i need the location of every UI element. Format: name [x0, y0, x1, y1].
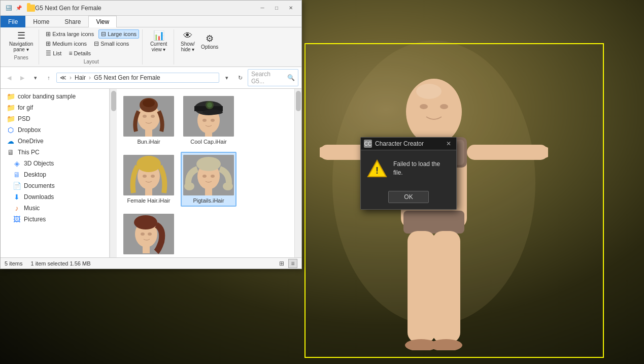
svg-point-40 [151, 175, 155, 178]
tab-view[interactable]: View [88, 16, 117, 27]
up-button[interactable]: ↑ [43, 72, 54, 83]
file-item-ponytail[interactable]: Ponytail.iHair [121, 211, 177, 257]
sidebar-item-downloads[interactable]: ⬇ Downloads [1, 191, 109, 203]
svg-point-18 [416, 84, 442, 99]
sidebar-item-for-gif[interactable]: 📁 for gif [1, 102, 109, 113]
sidebar: 📁 color banding sample 📁 for gif 📁 PSD ⬡… [1, 89, 110, 257]
title-bar-icons: 🔙 📌 [5, 4, 23, 12]
ribbon-group-current-view: 📊 Current view ▾ [144, 29, 174, 64]
status-bar: 5 items 1 item selected 1.56 MB ⊞ ≡ [1, 257, 301, 269]
medium-icons-option[interactable]: ⊞ Medium icons [43, 39, 89, 48]
dialog-ok-button[interactable]: OK [388, 191, 429, 203]
folder-icon: 📁 [7, 104, 15, 112]
dialog-close-button[interactable]: ✕ [444, 140, 453, 148]
svg-point-32 [202, 110, 223, 115]
main-content-area: 📁 color banding sample 📁 for gif 📁 PSD ⬡… [1, 89, 301, 257]
address-path[interactable]: ≪ › Hair › G5 Next Gen for Female [56, 73, 219, 83]
sidebar-scroll-thumb[interactable] [111, 91, 116, 111]
extra-large-icons-option[interactable]: ⊞ Extra large icons [43, 29, 96, 39]
sidebar-item-3d-objects[interactable]: ◈ 3D Objects [1, 158, 109, 169]
svg-point-34 [211, 119, 215, 122]
sidebar-item-psd[interactable]: 📁 PSD [1, 113, 109, 124]
items-count: 5 items [5, 260, 22, 267]
warning-icon: ! [367, 158, 387, 179]
address-dropdown-button[interactable]: ▾ [221, 72, 232, 83]
ribbon: File Home Share View ☰ Navigation pane ▾… [1, 16, 301, 67]
details-option[interactable]: ≡ Details [66, 49, 93, 58]
pin-icon: 📌 [15, 4, 23, 12]
show-hide-button[interactable]: 👁 Show/ hide ▾ [178, 29, 197, 54]
thumbnail-female-hair [123, 155, 174, 195]
content-scroll-thumb[interactable] [296, 91, 301, 111]
tab-file[interactable]: File [1, 16, 25, 27]
sidebar-scrollbar[interactable] [110, 89, 117, 257]
maximize-button[interactable]: □ [270, 3, 283, 13]
small-icons-option[interactable]: ⊟ Small icons [91, 39, 131, 48]
close-button[interactable]: ✕ [284, 3, 297, 13]
current-view-icon: 📊 [153, 31, 164, 40]
ribbon-group-layout: ⊞ Extra large icons ⊟ Large icons ⊞ Medi… [40, 29, 143, 64]
folder-icon [27, 5, 35, 12]
file-item-female-hair[interactable]: Female Hair.iHair [121, 152, 177, 207]
sidebar-item-dropbox[interactable]: ⬡ Dropbox [1, 124, 109, 136]
ribbon-group-show-hide: 👁 Show/ hide ▾ ⚙ Options [175, 29, 224, 64]
view-mode-buttons: ⊞ ≡ [277, 259, 297, 268]
svg-rect-13 [408, 231, 435, 343]
list-view-button[interactable]: ≡ [288, 259, 297, 268]
recent-locations-button[interactable]: ▾ [30, 72, 41, 83]
filename-female-hair: Female Hair.iHair [127, 197, 171, 204]
search-placeholder: Search G5... [251, 71, 285, 85]
file-item-pigtails[interactable]: Pigtails.iHair [181, 152, 236, 207]
sidebar-item-documents[interactable]: 📄 Documents [1, 180, 109, 191]
folder-icon: 📁 [7, 92, 15, 101]
thumbnail-ponytail [123, 214, 174, 254]
small-icon: ⊟ [94, 40, 99, 47]
sidebar-item-this-pc[interactable]: 🖥 This PC [1, 147, 109, 158]
svg-rect-55 [143, 246, 150, 253]
thumbnail-pigtails [183, 155, 234, 195]
medium-icon: ⊞ [46, 40, 51, 47]
content-scrollbar[interactable] [294, 89, 301, 257]
bun-thumbnail-svg [123, 96, 174, 137]
ponytail-thumbnail-svg [123, 214, 174, 254]
view-options-row1: ⊞ Extra large icons ⊟ Large icons [43, 29, 139, 39]
large-icon: ⊟ [101, 30, 106, 38]
svg-point-33 [202, 119, 207, 122]
tab-share[interactable]: Share [57, 16, 88, 27]
minimize-button[interactable]: ─ [256, 3, 269, 13]
svg-point-48 [211, 175, 215, 178]
character-creator-dialog: CC Character Creator ✕ ! Failed to load … [360, 137, 457, 210]
tab-home[interactable]: Home [25, 16, 57, 27]
view-options: ⊞ Extra large icons ⊟ Large icons ⊞ Medi… [43, 29, 139, 58]
options-button[interactable]: ⚙ Options [198, 32, 221, 51]
svg-point-23 [143, 115, 147, 118]
dialog-message: Failed to load the file. [393, 160, 450, 177]
cap-thumbnail-svg [183, 96, 234, 137]
large-icons-option[interactable]: ⊟ Large icons [98, 29, 139, 39]
title-bar: 🔙 📌 G5 Next Gen for Female ─ □ ✕ [1, 1, 301, 16]
grid-view-button[interactable]: ⊞ [277, 259, 286, 268]
file-item-cap[interactable]: Cool Cap.iHair [181, 93, 236, 148]
svg-point-44 [196, 157, 221, 171]
current-view-buttons: 📊 Current view ▾ [148, 29, 170, 54]
file-item-bun[interactable]: Bun.iHair [121, 93, 177, 148]
list-option[interactable]: ☰ List [43, 49, 64, 58]
pictures-icon: 🖼 [13, 215, 21, 223]
refresh-button[interactable]: ↻ [234, 72, 246, 83]
dialog-footer: OK [361, 187, 456, 209]
sidebar-item-pictures[interactable]: 🖼 Pictures [1, 214, 109, 225]
window-title: G5 Next Gen for Female [35, 5, 256, 12]
sidebar-item-desktop[interactable]: 🖥 Desktop [1, 169, 109, 180]
sidebar-item-onedrive[interactable]: ☁ OneDrive [1, 136, 109, 147]
current-view-button[interactable]: 📊 Current view ▾ [148, 29, 170, 54]
forward-button[interactable]: ▶ [17, 72, 28, 83]
filename-bun: Bun.iHair [137, 139, 160, 145]
navigation-pane-button[interactable]: ☰ Navigation pane ▾ [7, 29, 36, 54]
search-box[interactable]: Search G5... 🔍 [248, 69, 298, 86]
documents-icon: 📄 [13, 182, 21, 190]
nav-pane-icon: ☰ [17, 31, 25, 40]
back-button[interactable]: ◀ [4, 72, 15, 83]
sidebar-item-music[interactable]: ♪ Music [1, 203, 109, 214]
sidebar-item-color-banding[interactable]: 📁 color banding sample [1, 91, 109, 102]
ribbon-group-panes: ☰ Navigation pane ▾ Panes [4, 29, 39, 64]
